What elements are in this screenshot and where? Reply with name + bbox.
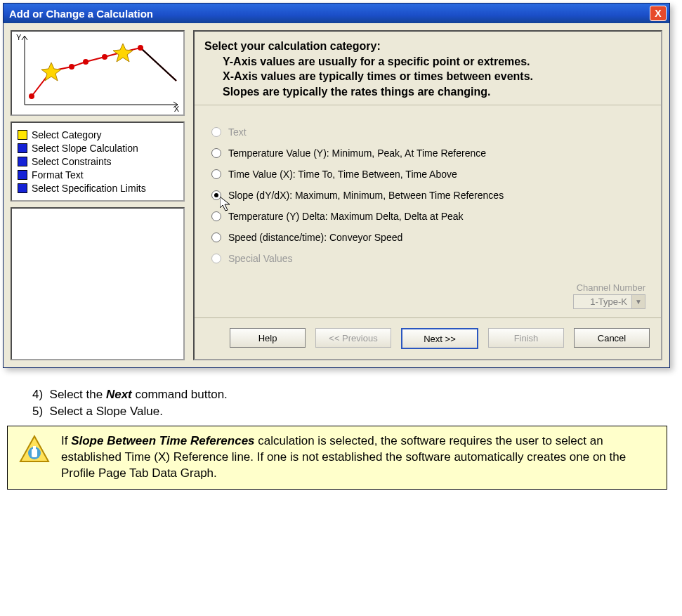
sidebar-item-limits[interactable]: Select Specification Limits [18, 183, 178, 194]
radio-icon [211, 169, 221, 179]
note-bold: Slope Between Time References [71, 434, 254, 447]
step-number: 5) [32, 405, 43, 418]
sidebar-item-label: Select Constraints [32, 156, 112, 167]
svg-point-3 [69, 64, 74, 70]
option-time-value[interactable]: Time Value (X): Time To, Time Between, T… [211, 169, 644, 180]
square-icon [18, 143, 27, 153]
option-temperature-delta[interactable]: Temperature (Y) Delta: Maximum Delta, De… [211, 211, 644, 222]
sidebar-item-format[interactable]: Format Text [18, 169, 178, 181]
close-button[interactable]: X [650, 6, 667, 21]
option-temperature-value[interactable]: Temperature Value (Y): Minimum, Peak, At… [211, 148, 644, 159]
finish-button: Finish [488, 328, 564, 348]
chart-svg [12, 32, 183, 112]
option-label: Time Value (X): Time To, Time Between, T… [228, 169, 457, 180]
channel-selector: Channel Number 1-Type-K ▼ [573, 282, 645, 309]
option-speed[interactable]: Speed (distance/time): Conveyor Speed [211, 232, 644, 243]
step-text: Select a Slope Value. [50, 405, 163, 418]
sidebar-item-label: Select Category [32, 129, 102, 140]
square-icon [18, 183, 27, 193]
option-slope[interactable]: Slope (dY/dX): Maximum, Minimum, Between… [211, 190, 644, 201]
svg-point-4 [83, 59, 88, 65]
option-label: Temperature (Y) Delta: Maximum Delta, De… [228, 211, 464, 222]
button-bar: Help << Previous Next >> Finish Cancel [195, 317, 661, 359]
svg-point-6 [138, 45, 143, 51]
instruction-list: 4) Select the Next command button. 5) Se… [32, 388, 682, 419]
note-pre: If [61, 434, 71, 447]
svg-marker-7 [41, 63, 61, 81]
panel-heading: Select your calculation category: Y-Axis… [195, 32, 661, 105]
step-text: command button. [132, 388, 228, 401]
sidebar-item-slope[interactable]: Select Slope Calculation [18, 143, 178, 154]
sidebar-item-category[interactable]: Select Category [18, 129, 178, 140]
dialog-title: Add or Change a Calculation [9, 8, 650, 20]
axis-y-label: Y [16, 33, 21, 41]
radio-icon [211, 127, 221, 137]
step-number: 4) [32, 388, 43, 401]
sidebar-item-label: Format Text [32, 169, 84, 181]
option-label: Slope (dY/dX): Maximum, Minimum, Between… [228, 190, 504, 201]
option-label: Special Values [228, 253, 293, 264]
option-label: Speed (distance/time): Conveyor Speed [228, 232, 402, 243]
channel-label: Channel Number [573, 282, 645, 293]
sidebar-item-label: Select Specification Limits [32, 183, 146, 194]
tip-icon [18, 433, 51, 467]
radio-icon [211, 148, 221, 158]
sidebar: Y X [11, 30, 185, 360]
sidebar-item-label: Select Slope Calculation [32, 143, 138, 154]
option-label: Temperature Value (Y): Minimum, Peak, At… [228, 148, 486, 159]
option-label: Text [228, 126, 247, 138]
option-special: Special Values [211, 253, 644, 264]
wizard-steps: Select Category Select Slope Calculation… [11, 122, 185, 202]
sidebar-item-constraints[interactable]: Select Constraints [18, 156, 178, 167]
option-text: Text [211, 126, 644, 138]
radio-icon [211, 190, 221, 200]
note-text: If Slope Between Time References calcula… [61, 433, 657, 482]
radio-icon [211, 232, 221, 242]
svg-point-2 [29, 93, 34, 99]
chevron-down-icon: ▼ [632, 294, 645, 309]
note-callout: If Slope Between Time References calcula… [7, 426, 667, 490]
radio-icon [211, 211, 221, 221]
close-icon: X [655, 8, 661, 19]
svg-rect-12 [32, 449, 37, 457]
next-button[interactable]: Next >> [401, 328, 478, 349]
thumbnail-chart: Y X [11, 30, 185, 116]
instruction-step-4: 4) Select the Next command button. [32, 388, 682, 402]
heading-line: Y-Axis values are usually for a specific… [204, 54, 651, 70]
step-text-bold: Next [106, 388, 132, 401]
main-panel: Select your calculation category: Y-Axis… [193, 30, 662, 360]
channel-value: 1-Type-K [573, 294, 632, 309]
step-text: Select the [50, 388, 106, 401]
options-group: Text Temperature Value (Y): Minimum, Pea… [195, 105, 661, 278]
svg-marker-8 [113, 44, 133, 62]
titlebar[interactable]: Add or Change a Calculation X [4, 4, 669, 23]
svg-point-5 [102, 54, 107, 60]
instruction-step-5: 5) Select a Slope Value. [32, 405, 682, 419]
axis-x-label: X [174, 105, 179, 113]
cancel-button[interactable]: Cancel [574, 328, 650, 348]
heading-line: Slopes are typically the rates things ar… [204, 84, 651, 100]
square-icon [18, 157, 27, 166]
radio-icon [211, 254, 221, 263]
dialog-client: Y X [4, 23, 669, 367]
dialog-window: Add or Change a Calculation X Y X [3, 3, 670, 368]
square-icon [18, 170, 27, 180]
svg-rect-13 [33, 446, 36, 449]
heading-line: X-Axis values are typically times or tim… [204, 69, 651, 84]
sidebar-lower-panel [11, 207, 185, 360]
previous-button: << Previous [315, 328, 391, 348]
help-button[interactable]: Help [230, 328, 306, 348]
heading-line: Select your calculation category: [204, 39, 651, 54]
square-icon [18, 130, 27, 140]
